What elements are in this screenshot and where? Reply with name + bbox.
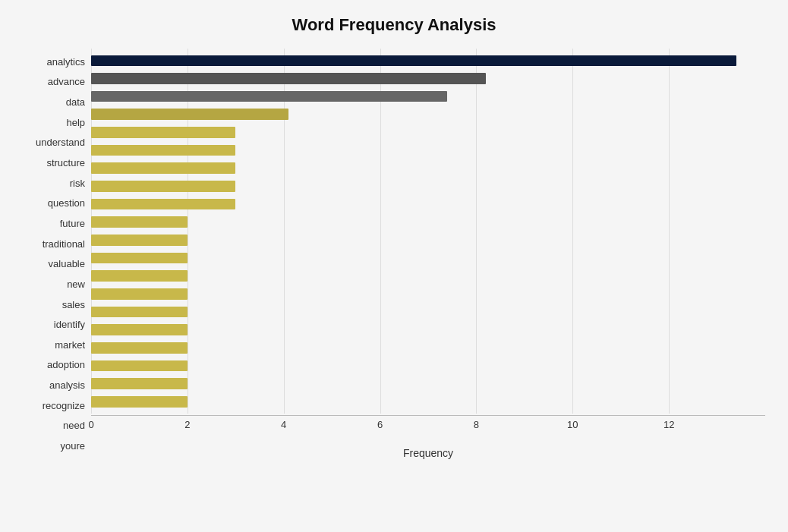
bar-row bbox=[91, 213, 765, 231]
y-label: adoption bbox=[47, 360, 85, 370]
bar-row bbox=[91, 392, 765, 411]
bar bbox=[91, 145, 235, 156]
bar bbox=[91, 91, 447, 102]
bar-row bbox=[91, 267, 765, 285]
bar bbox=[91, 288, 188, 300]
bar-row bbox=[91, 303, 765, 321]
bar bbox=[91, 378, 188, 389]
bar bbox=[91, 181, 235, 192]
bar bbox=[91, 360, 188, 372]
bar-row bbox=[91, 52, 765, 70]
bar-row bbox=[91, 87, 765, 105]
y-labels: analyticsadvancedatahelpunderstandstruct… bbox=[23, 49, 91, 459]
bar-row bbox=[91, 357, 765, 375]
y-label: risk bbox=[70, 178, 85, 188]
y-label: sales bbox=[62, 300, 85, 310]
y-label: understand bbox=[36, 137, 85, 147]
bar-row bbox=[91, 375, 765, 393]
chart-container: Word Frequency Analysis analyticsadvance… bbox=[0, 0, 788, 532]
bar-row bbox=[91, 249, 765, 267]
bar-row bbox=[91, 285, 765, 304]
bar bbox=[91, 324, 188, 335]
bar-row bbox=[91, 105, 765, 124]
y-label: valuable bbox=[49, 259, 85, 269]
x-tick: 2 bbox=[184, 419, 190, 430]
y-label: market bbox=[55, 340, 85, 350]
y-label: question bbox=[48, 198, 85, 208]
x-tick: 0 bbox=[88, 419, 93, 430]
bar bbox=[91, 235, 188, 246]
chart-title: Word Frequency Analysis bbox=[23, 15, 765, 35]
bar bbox=[91, 199, 235, 210]
chart-area: analyticsadvancedatahelpunderstandstruct… bbox=[23, 49, 765, 459]
bars-and-xaxis: 024681012 Frequency bbox=[91, 49, 765, 459]
bar bbox=[91, 307, 188, 318]
y-label: youre bbox=[60, 441, 85, 451]
bar-row bbox=[91, 124, 765, 142]
bar bbox=[91, 270, 188, 282]
x-tick: 10 bbox=[567, 419, 578, 430]
y-label: advance bbox=[48, 77, 85, 87]
bar bbox=[91, 216, 188, 228]
y-label: analysis bbox=[49, 380, 85, 390]
x-axis: 024681012 bbox=[91, 415, 765, 445]
bar bbox=[91, 342, 188, 354]
y-label: data bbox=[66, 97, 85, 107]
y-label: help bbox=[66, 118, 85, 127]
y-label: recognize bbox=[43, 401, 85, 411]
y-label: new bbox=[67, 279, 85, 289]
bar bbox=[91, 127, 235, 138]
bar-row bbox=[91, 339, 765, 357]
x-tick: 4 bbox=[281, 419, 286, 430]
x-tick: 8 bbox=[474, 419, 479, 430]
bars-area bbox=[91, 49, 765, 414]
bar bbox=[91, 162, 235, 174]
y-label: identify bbox=[54, 320, 85, 329]
bar bbox=[91, 253, 188, 264]
y-label: analytics bbox=[46, 57, 85, 67]
bar-row bbox=[91, 178, 765, 196]
bar-row bbox=[91, 70, 765, 88]
y-label: need bbox=[63, 420, 85, 430]
bar bbox=[91, 396, 188, 408]
bar bbox=[91, 73, 486, 84]
bar-row bbox=[91, 141, 765, 159]
x-tick: 12 bbox=[663, 419, 674, 430]
bar bbox=[91, 109, 288, 120]
y-label: structure bbox=[46, 158, 85, 168]
x-axis-label: Frequency bbox=[91, 447, 765, 459]
bars-inner bbox=[91, 49, 765, 414]
bar bbox=[91, 55, 736, 67]
bar-row bbox=[91, 321, 765, 339]
y-label: traditional bbox=[43, 239, 85, 249]
y-label: future bbox=[60, 219, 85, 228]
bar-row bbox=[91, 195, 765, 213]
bar-row bbox=[91, 231, 765, 250]
x-tick: 6 bbox=[377, 419, 383, 430]
bar-row bbox=[91, 159, 765, 178]
